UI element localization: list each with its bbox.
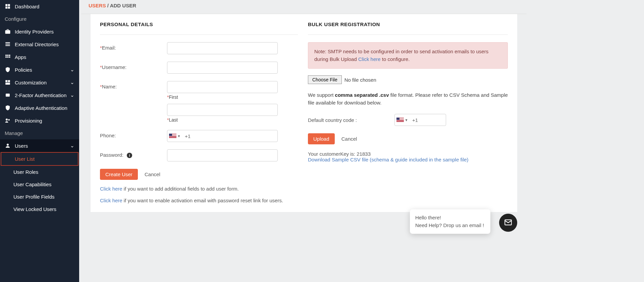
svg-rect-8 [7,55,9,56]
help-link-activation-email[interactable]: Click here [100,198,122,203]
name-label-text: Name: [102,84,117,89]
svg-rect-12 [9,57,10,58]
file-chooser: Choose File No file chosen [308,75,508,84]
chat-line2: Need Help? Drop us an email ! [415,222,485,229]
chevron-down-icon: ⌄ [70,143,74,149]
sidebar-group-manage: Manage [0,127,79,139]
svg-rect-13 [5,80,7,82]
file-status-text: No file chosen [344,77,376,83]
shield-check-icon [5,105,11,111]
sidebar-item-apps[interactable]: Apps [0,51,79,63]
last-name-field[interactable] [167,104,278,116]
customer-key-text: Your customerKey is: 21833 [308,151,508,157]
first-sublabel: *First [167,94,298,100]
sidebar-item-policies[interactable]: Policies ⌄ [0,63,79,76]
svg-point-19 [7,144,9,146]
divider [308,34,508,35]
chat-line1: Hello there! [415,214,485,222]
svg-rect-1 [8,4,10,6]
bulk-registration-section: BULK USER REGISTRATION Note: SMTP needs … [308,21,508,203]
caret-down-icon: ▼ [405,118,408,122]
smtp-note-alert: Note: SMTP needs to be configured in ord… [308,42,508,69]
sidebar-label: User Capabilities [13,182,51,187]
sidebar-subitem-view-locked-users[interactable]: View Locked Users [0,203,79,215]
sidebar-item-external-directories[interactable]: External Directories [0,38,79,51]
chevron-down-icon: ⌄ [70,92,74,98]
create-user-button[interactable]: Create User [100,169,138,180]
email-field[interactable] [167,42,278,54]
svg-rect-6 [5,45,10,46]
shield-icon [5,67,11,73]
svg-rect-0 [5,4,7,6]
country-code-field[interactable]: ▼ +1 [394,114,446,126]
help-activation-email: Click here if you want to enable activat… [100,198,298,203]
sidebar-subitem-user-roles[interactable]: User Roles [0,166,79,178]
list-icon [5,41,11,47]
svg-point-18 [8,119,10,121]
bulk-cancel-button[interactable]: Cancel [336,133,363,144]
users-icon [5,118,11,124]
svg-rect-7 [5,55,7,56]
password-label-text: Password: [100,152,123,158]
svg-rect-2 [5,7,7,9]
email-label-text: Email: [102,45,116,51]
dashboard-icon [5,3,11,9]
upload-button[interactable]: Upload [308,133,335,144]
username-field[interactable] [167,62,278,74]
sidebar-label: Customization [15,80,47,85]
briefcase-icon [5,28,11,34]
password-field[interactable] [167,149,278,161]
sidebar-item-identity-providers[interactable]: Identity Providers [0,25,79,38]
sidebar-label: Apps [15,54,26,60]
grid-icon [5,54,11,60]
sidebar-item-users[interactable]: Users ⌄ [0,139,79,152]
help-link-additional-fields[interactable]: Click here [100,186,122,192]
section-title-personal: PERSONAL DETAILS [100,21,298,27]
mail-icon [504,218,513,228]
sidebar-subitem-user-capabilities[interactable]: User Capabilities [0,178,79,191]
phone-label: Phone: [100,130,167,138]
country-flag-dropdown[interactable]: ▼ [167,130,182,142]
svg-rect-14 [8,80,10,82]
customize-icon [5,79,11,85]
sidebar-item-adaptive-auth[interactable]: Adaptive Authentication [0,101,79,114]
svg-rect-10 [5,57,7,58]
sidebar-label: Adaptive Authentication [15,105,67,111]
section-title-bulk: BULK USER REGISTRATION [308,21,508,27]
sidebar-group-configure: Configure [0,13,79,25]
breadcrumb-parent-link[interactable]: USERS [89,3,106,8]
email-label: *Email: [100,42,167,51]
svg-rect-15 [5,83,10,85]
sidebar-item-provisioning[interactable]: Provisioning [0,114,79,127]
info-icon[interactable]: i [127,153,132,158]
password-label: Password: i [100,149,167,158]
last-sublabel: *Last [167,117,298,123]
sidebar-subitem-user-list[interactable]: User List [1,152,78,166]
sidebar-label: External Directories [15,42,59,47]
sidebar-subitem-user-profile-fields[interactable]: User Profile Fields [0,191,79,203]
default-country-code-row: Default country code : ▼ +1 [308,114,508,126]
username-label-text: Username: [102,64,126,70]
svg-rect-9 [9,55,10,56]
sidebar-item-dashboard[interactable]: Dashboard [0,0,79,13]
breadcrumb: USERS / ADD USER [81,0,527,14]
sidebar-label: Provisioning [15,118,42,124]
cancel-button[interactable]: Cancel [139,169,166,180]
sidebar-item-customization[interactable]: Customization ⌄ [0,76,79,89]
choose-file-button[interactable]: Choose File [308,75,342,84]
country-flag-dropdown[interactable]: ▼ [395,114,410,126]
sidebar-label: User Profile Fields [13,194,55,200]
smtp-configure-link[interactable]: Click here [358,56,381,62]
sidebar-label: Dashboard [15,4,39,9]
content-card: PERSONAL DETAILS *Email: *Username: *Nam… [91,14,517,212]
keypad-icon [5,92,11,98]
sidebar-label: User List [15,156,35,162]
us-flag-icon [396,118,404,122]
phone-field[interactable]: ▼ +1 [167,130,278,142]
sidebar-label: User Roles [13,169,38,175]
chevron-down-icon: ⌄ [70,67,74,73]
chat-fab-button[interactable] [499,214,517,232]
sidebar-item-2fa[interactable]: 2-Factor Authentication ⌄ [0,89,79,101]
first-name-field[interactable] [167,81,278,93]
download-sample-csv-link[interactable]: Download Sample CSV file (schema & guide… [308,157,469,162]
